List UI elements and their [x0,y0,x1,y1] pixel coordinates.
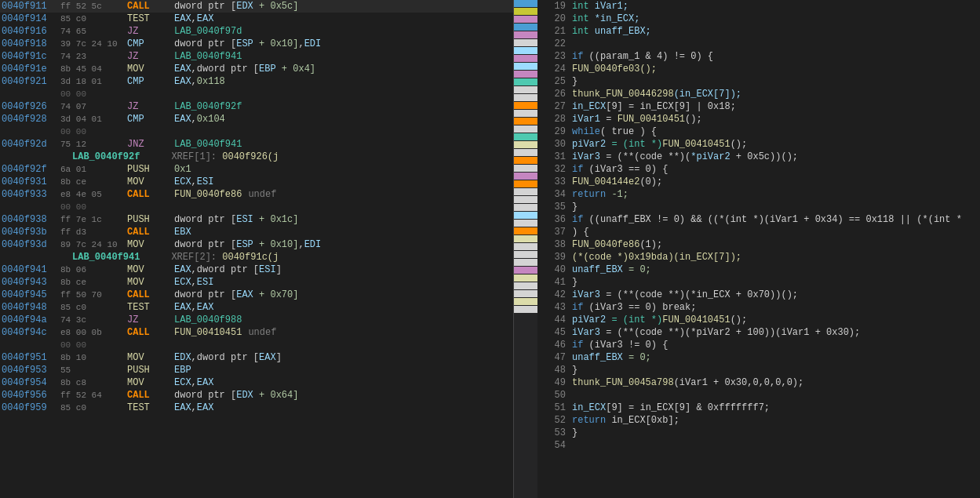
asm-line[interactable]: 0040f93d89 7c 24 10MOVdword ptr [ESP + 0… [0,238,513,251]
asm-address: 0040f91e [2,63,60,75]
decompiler-panel[interactable]: 19int iVar1;20int *in_ECX;21int unaff_EB… [537,0,980,498]
asm-line[interactable]: 0040f956ff 52 64CALLdword ptr [EDX + 0x6… [0,389,513,402]
operand-part: EBP [174,365,191,376]
asm-mnemonic: PUSH [127,163,174,176]
code-token: piVar2 [572,139,606,150]
line-number: 28 [544,113,566,125]
asm-address: 0040f92d [2,138,60,151]
operand-part: , [298,38,304,49]
asm-operands: 0x1 [174,163,512,176]
asm-line[interactable]: 0040f94885 c0TESTEAX,EAX [0,301,513,314]
operand-part: + 0x1c] [253,214,299,225]
asm-comment: undef [248,327,276,338]
asm-address: 0040f94c [2,326,60,339]
asm-line[interactable]: 0040f9548b c8MOVECX,EAX [0,376,513,389]
asm-line[interactable]: 0040f91c74 23JZLAB_0040f941 [0,50,513,63]
code-line: 27in_ECX[9] = in_ECX[9] | 0x18; [541,100,980,113]
asm-address: 0040f914 [2,13,60,25]
asm-mnemonic: CALL [127,289,174,301]
asm-line[interactable]: 0040f91839 7c 24 10CMPdword ptr [ESP + 0… [0,38,513,50]
asm-line[interactable]: 0040f933e8 4e 05CALLFUN_0040fe86undef [0,188,513,201]
asm-mnemonic: CMP [127,75,174,88]
asm-extra-bytes: 00 00 [0,339,513,351]
asm-bytes: 85 c0 [60,402,127,414]
code-token: iVar3 [572,327,600,338]
line-number: 48 [544,364,566,376]
code-token: = (**(code **)(*piVar2 + 100))(iVar1 + 0… [600,327,860,338]
operand-part: FUN_0040fe86 [174,189,242,200]
code-line: 41 } [541,276,980,289]
asm-line[interactable]: 0040f94a74 3cJZLAB_0040f988 [0,314,513,326]
code-token: (iVar3 != 0) { [583,340,668,351]
code-token: FUN_00410451 [662,139,730,150]
code-token: in_ECX [572,402,606,413]
line-number: 35 [544,201,566,213]
asm-line[interactable]: 0040f92d75 12JNZLAB_0040f941 [0,138,513,151]
asm-operands: EAX,EAX [174,402,512,414]
asm-line[interactable]: 0040f938ff 7e 1cPUSHdword ptr [ESI + 0x1… [0,213,513,226]
asm-line[interactable]: 0040f9418b 06MOVEAX,dword ptr [ESI] [0,264,513,276]
operand-part: + 0x10] [253,239,299,250]
asm-extra-bytes: 00 00 [0,125,513,138]
code-content: ) { [572,226,977,238]
code-content: iVar3 = (**(code **)(*piVar2 + 0x5c))(); [572,151,977,163]
asm-line[interactable]: 0040f945ff 50 70CALLdword ptr [EAX + 0x7… [0,289,513,301]
asm-mnemonic: CALL [127,389,174,402]
asm-line[interactable]: 0040f911ff 52 5cCALLdword ptr [EDX + 0x5… [0,0,513,13]
asm-line[interactable]: 0040f93bff d3CALLEBX [0,226,513,238]
operand-part: , [191,176,197,187]
code-line: 19int iVar1; [541,0,980,13]
asm-line[interactable]: 0040f92f6a 01PUSH0x1 [0,163,513,176]
asm-line[interactable]: 0040f9438b ceMOVECX,ESI [0,276,513,289]
asm-address: 0040f918 [2,38,60,50]
asm-operands: LAB_0040f941 [174,138,512,151]
disassembly-panel[interactable]: 0040f911ff 52 5cCALLdword ptr [EDX + 0x5… [0,0,514,498]
asm-line[interactable]: 0040f9318b ceMOVECX,ESI [0,176,513,188]
asm-line[interactable]: 0040f94ce8 00 0bCALLFUN_00410451undef [0,326,513,339]
asm-operands: dword ptr [ESP + 0x10],EDI [174,238,512,251]
label-line: LAB_0040f92fXREF[1]: 0040f926(j [0,151,513,163]
asm-address: 0040f938 [2,213,60,226]
operand-part: dword ptr [ [197,264,259,275]
asm-operands: EAX,0x104 [174,113,512,125]
line-number: 46 [544,339,566,351]
asm-extra-bytes: 00 00 [0,88,513,100]
asm-line[interactable]: 0040f95985 c0TESTEAX,EAX [0,402,513,414]
asm-bytes: 85 c0 [60,13,127,25]
line-number: 23 [544,50,566,63]
line-number: 43 [544,301,566,314]
line-number: 38 [544,238,566,251]
code-line: 30 piVar2 = (int *)FUN_00410451(); [541,138,980,151]
operand-part: , [191,76,197,87]
asm-line[interactable]: 0040f95355PUSHEBP [0,364,513,376]
asm-line[interactable]: 0040f91485 c0TESTEAX,EAX [0,13,513,25]
asm-line[interactable]: 0040f9283d 04 01CMPEAX,0x104 [0,113,513,125]
code-content: while( true ) { [572,125,977,138]
asm-operands: EBX [174,226,512,238]
code-token: } [572,277,577,288]
line-number: 26 [544,88,566,100]
code-token: if [572,340,583,351]
asm-bytes: 85 c0 [60,301,127,314]
asm-line[interactable]: 0040f91e8b 45 04MOVEAX,dword ptr [EBP + … [0,63,513,75]
asm-bytes: 3d 18 01 [60,75,127,88]
code-line: 32 if (iVar3 == 0) { [541,163,980,176]
code-token: thunk_FUN_0045a798 [572,377,674,388]
operand-part: + 0x4] [276,64,315,75]
operand-part: EBP [259,64,276,75]
asm-line[interactable]: 0040f9518b 10MOVEDX,dword ptr [EAX] [0,351,513,364]
asm-line[interactable]: 0040f91674 65JZLAB_0040f97d [0,25,513,38]
asm-line[interactable]: 0040f92674 07JZLAB_0040f92f [0,100,513,113]
asm-line[interactable]: 0040f9213d 18 01CMPEAX,0x118 [0,75,513,88]
code-token: in_ECX[0xb]; [606,415,679,426]
code-line: 40 unaff_EBX = 0; [541,264,980,276]
code-token: (iVar3 == 0) break; [583,302,696,313]
xref-addr: 0040f91c(j [222,252,279,263]
code-token: while [572,126,600,137]
asm-mnemonic: MOV [127,351,174,364]
code-token: FUN_00410451 [662,314,730,325]
line-number: 34 [544,188,566,201]
code-line: 37 ) { [541,226,980,238]
asm-address: 0040f951 [2,351,60,364]
operand-part: EBX [174,227,191,238]
